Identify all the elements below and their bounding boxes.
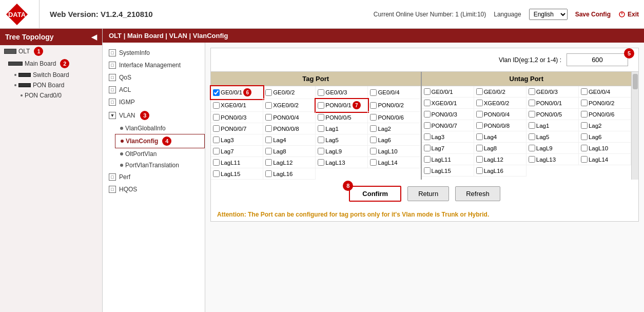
untag-port-lagl12: LagL12	[474, 154, 526, 165]
sidebar-item-switch-board[interactable]: Switch Board	[0, 70, 102, 80]
checkbox-untag-lagl9[interactable]	[529, 145, 535, 151]
checkbox-untag-PON005[interactable]	[529, 111, 535, 118]
refresh-button[interactable]: Refresh	[455, 186, 500, 201]
tag-port-PON008: PON0/0/8	[263, 123, 316, 134]
checkbox-untag-lagl12[interactable]	[476, 156, 483, 163]
checkbox-untag-XGE001[interactable]	[424, 100, 431, 106]
checkbox-untag-lagl15[interactable]	[424, 167, 431, 174]
checkbox-untag-XGE002[interactable]	[476, 100, 483, 106]
nav-sub-port-vlan-translation[interactable]: PortVlanTranslation	[115, 160, 205, 171]
label-tag-lag7: Lag7	[221, 148, 234, 154]
nav-sub-vlan-global-info[interactable]: VlanGlobalInfo	[115, 123, 205, 134]
label-untag-lagl16: LagL16	[484, 168, 503, 174]
checkbox-tag-GE001[interactable]	[213, 89, 220, 96]
checkbox-tag-GE003[interactable]	[318, 89, 324, 96]
checkbox-untag-lagl16[interactable]	[476, 167, 483, 174]
checkbox-tag-PON006[interactable]	[370, 114, 377, 121]
untag-port-PON007: PON0/0/7	[422, 120, 474, 131]
checkbox-tag-lagl15[interactable]	[213, 170, 220, 177]
label-tag-GE002: GE0/0/2	[273, 89, 295, 95]
checkbox-untag-lagl13[interactable]	[529, 156, 535, 163]
checkbox-untag-lagl14[interactable]	[581, 156, 588, 163]
checkbox-tag-PON004[interactable]	[265, 114, 272, 121]
checkbox-untag-lag5[interactable]	[529, 133, 535, 140]
checkbox-untag-lagl10[interactable]	[581, 145, 588, 151]
checkbox-untag-lag1[interactable]	[529, 122, 535, 129]
checkbox-tag-GE002[interactable]	[265, 89, 272, 96]
checkbox-tag-lagl10[interactable]	[370, 148, 377, 154]
checkbox-untag-GE002[interactable]	[476, 88, 483, 95]
checkbox-tag-lag2[interactable]	[370, 125, 377, 132]
nav-sub-vlan-config[interactable]: VlanConfig 4	[115, 134, 205, 148]
nav-item-acl[interactable]: □ ACL	[103, 84, 205, 96]
label-untag-lagl14: LagL14	[589, 157, 608, 163]
return-button[interactable]: Return	[407, 186, 449, 201]
label-tag-PON008: PON0/0/8	[273, 126, 299, 132]
checkbox-untag-GE003[interactable]	[529, 88, 535, 95]
checkbox-untag-PON008[interactable]	[476, 122, 483, 129]
checkbox-tag-lag8[interactable]	[265, 148, 272, 154]
tag-port-lagl12: LagL12	[263, 157, 316, 168]
checkbox-tag-lagl9[interactable]	[318, 148, 324, 154]
checkbox-untag-PON001[interactable]	[529, 100, 535, 106]
sidebar-item-pon-board[interactable]: PON Board	[0, 80, 102, 90]
checkbox-untag-lagl11[interactable]	[424, 156, 431, 163]
language-select[interactable]: English Chinese	[529, 9, 568, 20]
vlan-id-input[interactable]	[567, 53, 628, 66]
checkbox-tag-lag4[interactable]	[265, 136, 272, 143]
untag-port-XGE001: XGE0/0/1	[422, 98, 474, 109]
exit-button[interactable]: Exit	[618, 11, 639, 18]
nav-item-vlan[interactable]: ▼ VLAN 3	[103, 108, 205, 123]
checkbox-tag-lag3[interactable]	[213, 136, 220, 143]
checkbox-tag-lagl12[interactable]	[265, 159, 272, 166]
checkbox-untag-lag6[interactable]	[581, 133, 588, 140]
checkbox-tag-lag5[interactable]	[318, 136, 324, 143]
label-untag-lag5: Lag5	[536, 134, 550, 140]
label-tag-XGE001: XGE0/0/1	[221, 102, 246, 108]
checkbox-tag-lagl14[interactable]	[370, 159, 377, 166]
checkbox-tag-lagl13[interactable]	[318, 159, 324, 166]
checkbox-tag-GE004[interactable]	[370, 89, 377, 96]
checkbox-untag-PON003[interactable]	[424, 111, 431, 118]
checkbox-untag-lag4[interactable]	[476, 133, 483, 140]
checkbox-tag-PON003[interactable]	[213, 114, 220, 121]
checkbox-untag-lag3[interactable]	[424, 133, 431, 140]
checkbox-tag-PON008[interactable]	[265, 125, 272, 132]
checkbox-untag-lag8[interactable]	[476, 145, 483, 151]
checkbox-tag-PON005[interactable]	[318, 114, 324, 121]
scrollbar-right[interactable]	[631, 72, 638, 180]
checkbox-tag-lagl11[interactable]	[213, 159, 220, 166]
checkbox-untag-PON006[interactable]	[581, 111, 588, 118]
checkbox-untag-lag7[interactable]	[424, 145, 431, 151]
sidebar-item-olt[interactable]: OLT 1	[0, 45, 102, 57]
checkbox-tag-PON002[interactable]	[370, 102, 377, 109]
nav-item-hqos[interactable]: □ HQOS	[103, 183, 205, 196]
label-tag-PON006: PON0/0/6	[378, 114, 404, 121]
checkbox-untag-lag2[interactable]	[581, 122, 588, 129]
nav-item-perf[interactable]: □ Perf	[103, 171, 205, 183]
checkbox-tag-PON001[interactable]	[318, 102, 324, 109]
checkbox-tag-lagl16[interactable]	[265, 170, 272, 177]
checkbox-tag-lag1[interactable]	[318, 125, 324, 132]
confirm-button[interactable]: Confirm	[349, 186, 401, 202]
nav-item-system-info[interactable]: □ SystemInfo	[103, 47, 205, 59]
sidebar-item-main-board[interactable]: Main Board 2	[0, 57, 102, 70]
tag-port-section: Tag Port GE0/0/1 6 GE0/	[211, 72, 422, 180]
checkbox-untag-PON002[interactable]	[581, 100, 588, 106]
nav-item-igmp[interactable]: □ IGMP	[103, 96, 205, 108]
collapse-arrow-icon[interactable]: ◀	[91, 33, 97, 41]
checkbox-untag-GE001[interactable]	[424, 88, 431, 95]
checkbox-tag-lag7[interactable]	[213, 148, 220, 154]
sidebar-item-pon-card[interactable]: PON Card0/0	[0, 90, 102, 101]
nav-item-interface-mgmt[interactable]: □ Interface Management	[103, 59, 205, 71]
checkbox-untag-GE004[interactable]	[581, 88, 588, 95]
save-config-link[interactable]: Save Config	[575, 11, 611, 18]
checkbox-tag-PON007[interactable]	[213, 125, 220, 132]
checkbox-tag-XGE001[interactable]	[213, 102, 220, 109]
nav-item-qos[interactable]: □ QoS	[103, 71, 205, 84]
checkbox-tag-lag6[interactable]	[370, 136, 377, 143]
checkbox-untag-PON007[interactable]	[424, 122, 431, 129]
nav-sub-olt-port-vlan[interactable]: OltPortVlan	[115, 148, 205, 160]
checkbox-untag-PON004[interactable]	[476, 111, 483, 118]
checkbox-tag-XGE002[interactable]	[265, 102, 272, 109]
